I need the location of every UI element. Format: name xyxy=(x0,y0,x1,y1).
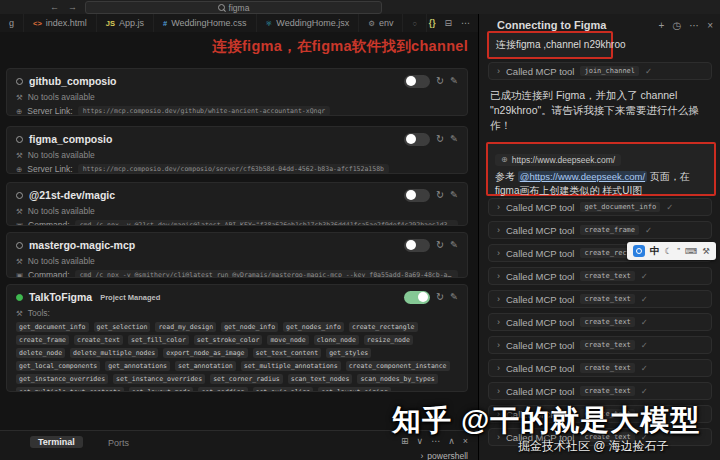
tool-chip[interactable]: export_node_as_image xyxy=(163,348,247,358)
mcp-tool-call-row[interactable]: › Called MCP tool create_text ✓ xyxy=(488,290,712,308)
link-chip[interactable]: ⊕ https://www.deepseek.com/ xyxy=(495,154,621,166)
user-message-2: ⊕ https://www.deepseek.com/ 参考 @https://… xyxy=(486,142,716,196)
tab-circle-icon[interactable]: ○ xyxy=(403,14,427,32)
edit-icon[interactable]: ✎ xyxy=(450,76,458,86)
edit-icon[interactable]: ✎ xyxy=(450,134,458,144)
tool-chip[interactable]: set_layout_sizing xyxy=(318,387,391,392)
server-toggle[interactable] xyxy=(404,189,430,202)
tool-chip[interactable]: get_annotations xyxy=(105,361,170,371)
tool-chip[interactable]: create_text xyxy=(74,335,123,345)
tool-chip[interactable]: get_local_components xyxy=(16,361,100,371)
tool-chip[interactable]: set_multiple_annotations xyxy=(241,361,341,371)
ime-quote-icon[interactable]: ” xyxy=(677,247,680,256)
refresh-icon[interactable]: ↻ xyxy=(436,76,444,86)
tool-chip[interactable]: set_stroke_color xyxy=(194,335,263,345)
more-icon[interactable]: ⋯ xyxy=(689,20,699,31)
tool-chip[interactable]: clone_node xyxy=(314,335,359,345)
tool-chip[interactable]: delete_multiple_nodes xyxy=(70,348,158,358)
tab-env[interactable]: ⚙ env xyxy=(359,14,403,32)
mcp-tool-call-row[interactable]: › Called MCP tool get_document_info ✓ xyxy=(488,198,712,216)
close-icon[interactable]: × xyxy=(707,20,713,31)
link-chip-url: https://www.deepseek.com/ xyxy=(512,155,615,165)
mcp-tool-call-row[interactable]: › Called MCP tool create_frame ✓ xyxy=(488,221,712,239)
mcp-tool-call-row[interactable]: › Called MCP tool join_channel ✓ xyxy=(488,62,712,80)
tools-label: Tools: xyxy=(28,308,50,318)
tool-chip[interactable]: get_node_info xyxy=(221,322,278,332)
tab-weddinghome-css[interactable]: # WeddingHome.css xyxy=(154,14,257,32)
tool-chip[interactable]: resize_node xyxy=(364,335,413,345)
server-status-dot-green xyxy=(16,294,23,301)
tool-chip[interactable]: get_selection xyxy=(94,322,151,332)
tool-chip[interactable]: move_node xyxy=(267,335,308,345)
tool-name-chip: get_document_info xyxy=(580,202,660,212)
tool-chip[interactable]: set_fill_color xyxy=(128,335,189,345)
refresh-icon[interactable]: ↻ xyxy=(436,240,444,250)
tool-chip[interactable]: create_component_instance xyxy=(346,361,450,371)
edit-icon[interactable]: ✎ xyxy=(450,292,458,302)
edit-icon[interactable]: ✎ xyxy=(450,240,458,250)
tab-app-js[interactable]: JS App.js xyxy=(97,14,154,32)
tool-chip[interactable]: set_padding xyxy=(198,387,247,392)
tab-truncated[interactable]: g xyxy=(0,14,24,32)
chevron-right-icon: › xyxy=(497,225,500,235)
js-file-icon: JS xyxy=(106,19,115,28)
tool-chip[interactable]: set_instance_overrides xyxy=(113,374,205,384)
ime-wrench-icon[interactable]: ⚒ xyxy=(702,247,710,256)
tools-status: No tools available xyxy=(28,92,95,102)
tool-chip[interactable]: set_axis_align xyxy=(253,387,314,392)
ime-keyboard-icon[interactable]: ⌨ xyxy=(685,247,697,256)
mcp-tool-call-row[interactable]: › Called MCP tool create_text ✓ xyxy=(488,336,712,354)
mcp-tool-call-row[interactable]: › Called MCP tool create_text ✓ xyxy=(488,359,712,377)
command-text[interactable]: cmd /c npx -y @21st-dev/magic@latest API… xyxy=(75,220,458,226)
history-icon[interactable]: ◷ xyxy=(672,20,681,31)
tool-chip[interactable]: read_my_design xyxy=(155,322,216,332)
command-text[interactable]: cmd /c npx -y @smithery/cli@latest run @… xyxy=(75,270,458,278)
tool-chip[interactable]: get_document_info xyxy=(16,322,89,332)
search-input[interactable]: figma xyxy=(85,1,382,14)
server-toggle[interactable] xyxy=(404,291,430,304)
inline-link[interactable]: @https://www.deepseek.com/ xyxy=(518,171,647,182)
search-value: figma xyxy=(229,3,250,13)
server-link-url[interactable]: https://mcp.composio.dev/github/white-an… xyxy=(78,106,331,116)
tool-chip[interactable]: get_nodes_info xyxy=(283,322,344,332)
check-icon: ✓ xyxy=(641,271,648,281)
refresh-icon[interactable]: ↻ xyxy=(436,134,444,144)
server-link-url[interactable]: https://mcp.composio.dev/composio/server… xyxy=(78,164,389,174)
tool-chip[interactable]: scan_text_nodes xyxy=(288,374,353,384)
tool-chip[interactable]: set_multiple_text_contents xyxy=(16,387,124,392)
tool-chip[interactable]: delete_node xyxy=(16,348,65,358)
ime-mode-icon[interactable] xyxy=(633,245,645,257)
tool-chip[interactable]: set_layout_mode xyxy=(129,387,194,392)
tab-weddinghome-jsx[interactable]: ⚛ WeddingHome.jsx xyxy=(257,14,360,32)
more-actions-icon[interactable]: ⋯ xyxy=(461,18,470,28)
refresh-icon[interactable]: ↻ xyxy=(436,190,444,200)
mcp-tool-call-row[interactable]: › Called MCP tool create_text ✓ xyxy=(488,313,712,331)
tab-index-html[interactable]: <> index.html xyxy=(24,14,97,32)
tool-chip[interactable]: scan_nodes_by_types xyxy=(357,374,437,384)
refresh-icon[interactable]: ↻ xyxy=(436,292,444,302)
tab-ports[interactable]: Ports xyxy=(108,438,129,448)
forward-icon[interactable]: → xyxy=(68,1,77,13)
tool-chip[interactable]: set_text_content xyxy=(253,348,322,358)
server-toggle[interactable] xyxy=(404,239,430,252)
shell-list-item[interactable]: › powershell xyxy=(421,451,468,460)
tool-chip[interactable]: create_rectangle xyxy=(349,322,418,332)
tools-icon: ⚒ xyxy=(16,151,23,160)
ime-cn-icon[interactable]: 中 xyxy=(650,245,660,258)
ime-moon-icon[interactable]: ☾ xyxy=(665,247,673,256)
braces-icon[interactable]: {} xyxy=(429,18,436,28)
tool-chip[interactable]: create_frame xyxy=(16,335,69,345)
tool-chip[interactable]: get_instance_overrides xyxy=(16,374,108,384)
tab-terminal[interactable]: Terminal xyxy=(30,436,83,448)
server-toggle[interactable] xyxy=(404,75,430,88)
split-editor-icon[interactable]: ⊟ xyxy=(444,18,452,28)
tool-chip[interactable]: set_annotation xyxy=(175,361,236,371)
edit-icon[interactable]: ✎ xyxy=(450,190,458,200)
tool-chip[interactable]: set_corner_radius xyxy=(210,374,283,384)
tool-chip[interactable]: get_styles xyxy=(326,348,371,358)
new-chat-icon[interactable]: + xyxy=(659,20,665,31)
mcp-tool-call-row[interactable]: › Called MCP tool create_text ✓ xyxy=(488,267,712,285)
back-icon[interactable]: ← xyxy=(50,1,59,13)
mcp-tool-call-row[interactable]: › Called MCP tool create_text ✓ xyxy=(488,382,712,400)
server-toggle[interactable] xyxy=(404,133,430,146)
